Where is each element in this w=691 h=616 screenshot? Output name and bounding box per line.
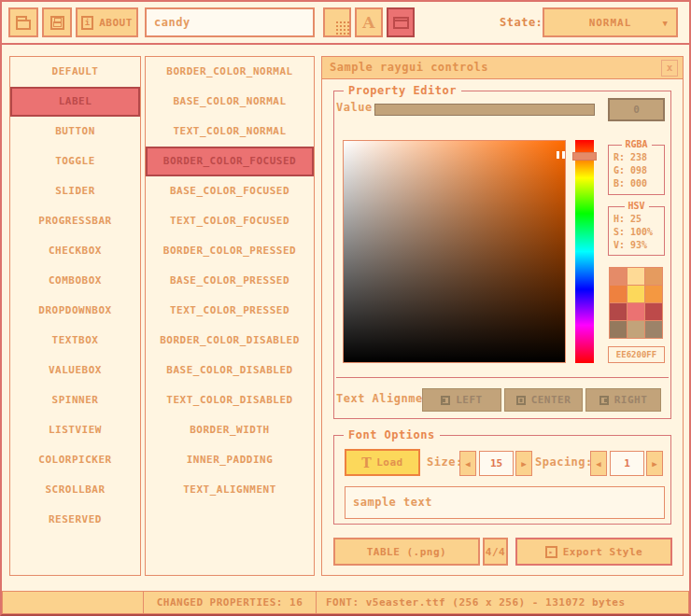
properties-list-item[interactable]: TEXT_COLOR_FOCUSED [146,206,314,236]
palette-swatch[interactable] [645,268,662,285]
properties-list-item-selected[interactable]: BORDER_COLOR_FOCUSED [146,147,314,176]
hue-bar[interactable] [575,140,594,363]
controls-list-item[interactable]: LISTVIEW [10,415,140,445]
rgba-r: R: 238 [609,151,664,164]
properties-list-item[interactable]: TEXT_COLOR_PRESSED [146,296,314,326]
controls-list-item[interactable]: DEFAULT [10,57,140,87]
style-name-input[interactable] [145,7,315,37]
font-mode-button[interactable]: A [355,7,383,37]
export-format-indicator[interactable]: 4/4 [483,538,508,566]
font-spacing-label: Spacing: [535,455,593,469]
properties-list-item[interactable]: TEXT_COLOR_DISABLED [146,385,314,415]
properties-list-item[interactable]: BASE_COLOR_FOCUSED [146,176,314,206]
controls-list-item[interactable]: SLIDER [10,176,140,206]
open-file-button[interactable] [8,7,38,37]
palette-swatch[interactable] [610,321,627,338]
font-spacing-value[interactable]: 1 [610,451,644,476]
hex-color-input[interactable]: EE6200FF [608,346,665,363]
close-icon[interactable]: x [661,60,678,77]
save-icon [50,16,64,30]
load-font-button[interactable]: T Load [345,449,420,476]
palette-swatch[interactable] [645,321,662,338]
palette-swatch[interactable] [628,321,644,338]
controls-list-item[interactable]: RESERVED [10,505,140,535]
hsv-h: H: 25 [609,213,664,226]
export-table-label: TABLE (.png) [367,546,446,558]
value-slider[interactable] [374,104,595,116]
align-center-label: CENTER [531,394,571,406]
color-picker-gradient[interactable] [343,140,566,363]
controls-list-item[interactable]: TEXTBOX [10,326,140,356]
controls-list-item[interactable]: SPINNER [10,385,140,415]
chevron-left-icon: ◀ [596,459,600,469]
align-center-button[interactable]: CENTER [504,388,583,412]
rgba-b: B: 000 [609,177,664,190]
align-right-icon [599,396,609,405]
font-size-increase-button[interactable]: ▶ [515,451,532,476]
controls-list-item[interactable]: TOGGLE [10,147,140,176]
export-table-button[interactable]: TABLE (.png) [333,538,480,566]
palette-swatch[interactable] [628,286,644,302]
properties-list-item[interactable]: BASE_COLOR_NORMAL [146,87,314,117]
palette-swatch[interactable] [645,286,662,302]
controls-list-item[interactable]: DROPDOWNBOX [10,296,140,326]
separator-line [336,377,669,378]
align-right-button[interactable]: RIGHT [585,388,661,412]
properties-list: BORDER_COLOR_NORMAL BASE_COLOR_NORMAL TE… [145,56,315,576]
state-dropdown-value: NORMAL [589,17,632,29]
controls-list-item[interactable]: COLORPICKER [10,445,140,475]
about-button[interactable]: i ABOUT [76,7,138,37]
palette-swatch[interactable] [610,303,627,320]
controls-list-item-selected[interactable]: LABEL [10,87,140,117]
value-box[interactable]: 0 [608,98,665,121]
controls-list-item[interactable]: SCROLLBAR [10,475,140,505]
properties-list-item[interactable]: BASE_COLOR_PRESSED [146,266,314,296]
font-size-decrease-button[interactable]: ◀ [459,451,476,476]
align-right-label: RIGHT [614,394,648,406]
chevron-right-icon: ▶ [652,459,656,469]
font-size-value[interactable]: 15 [479,451,514,476]
font-spacing-decrease-button[interactable]: ◀ [590,451,607,476]
controls-mode-button[interactable] [387,7,415,37]
properties-list-item[interactable]: BORDER_COLOR_DISABLED [146,326,314,356]
properties-list-item[interactable]: BASE_COLOR_DISABLED [146,356,314,385]
value-label: Value: [336,101,379,114]
save-file-button[interactable] [42,7,72,37]
chevron-right-icon: ▶ [521,459,526,469]
property-editor-title: Property Editor [344,84,461,97]
text-alignment-label: Text Alignme [336,392,423,405]
font-spacing-increase-button[interactable]: ▶ [646,451,663,476]
window-icon [393,17,409,29]
palette-swatch[interactable] [645,303,662,320]
style-table-mode-button[interactable] [323,7,351,37]
properties-list-item[interactable]: INNER_PADDING [146,445,314,475]
controls-list-item[interactable]: VALUEBOX [10,356,140,385]
palette-swatch[interactable] [610,268,627,285]
properties-list-item[interactable]: TEXT_ALIGNMENT [146,475,314,505]
sample-text-input[interactable]: sample text [345,486,665,519]
status-changed-properties: CHANGED PROPERTIES: 16 [143,591,317,614]
state-dropdown[interactable]: NORMAL ▼ [543,7,678,37]
align-left-label: LEFT [456,394,483,406]
status-bar: CHANGED PROPERTIES: 16 FONT: v5easter.tt… [2,591,689,614]
palette-swatch[interactable] [628,303,644,320]
font-options-group: Font Options T Load Size: ◀ 15 ▶ Spacing… [333,435,671,525]
controls-list-item[interactable]: COMBOBOX [10,266,140,296]
controls-list-item[interactable]: BUTTON [10,117,140,147]
properties-list-item[interactable]: TEXT_COLOR_NORMAL [146,117,314,147]
status-font-info: FONT: v5easter.ttf (256 x 256) - 131072 … [316,591,689,614]
export-style-button[interactable]: ▸ Export Style [515,538,672,566]
align-left-button[interactable]: LEFT [422,388,501,412]
sample-controls-window: Sample raygui controls x Property Editor… [321,56,684,576]
properties-list-item[interactable]: BORDER_COLOR_NORMAL [146,57,314,87]
controls-list: DEFAULT LABEL BUTTON TOGGLE SLIDER PROGR… [9,56,141,576]
properties-list-item[interactable]: BORDER_COLOR_PRESSED [146,236,314,266]
properties-list-item[interactable]: BORDER_WIDTH [146,415,314,445]
export-icon: ▸ [545,546,557,558]
palette-swatch[interactable] [610,286,627,302]
align-center-icon [516,396,526,405]
palette-swatch[interactable] [628,268,644,285]
controls-list-item[interactable]: PROGRESSBAR [10,206,140,236]
controls-list-item[interactable]: CHECKBOX [10,236,140,266]
hue-slider-handle[interactable] [572,152,597,161]
